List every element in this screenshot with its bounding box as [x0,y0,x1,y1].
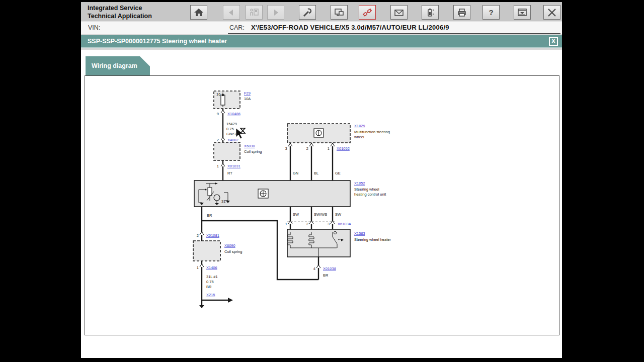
mail-icon [393,8,405,18]
fuse-f29: 16 [214,91,240,109]
car-underline [228,33,560,34]
fuse-rating: 10A [244,97,251,101]
back-icon [226,8,237,18]
wire-br-heater: BR [323,273,329,278]
mfsw-pin-3: 3 [285,146,287,151]
connector-x01038[interactable]: X01038 [323,266,336,271]
printer-icon [456,8,467,18]
control-unit-name-2: heating control unit [354,192,386,197]
home-button[interactable] [190,5,207,20]
heater-pin-1: 1 [285,222,287,226]
pin-9: 9 [217,112,219,116]
document-title: SSP-SSP-SP0000012775 Steering wheel heat… [88,38,227,45]
toolbar: Integrated Service Technical Application [81,2,562,22]
tab-wiring-diagram[interactable]: Wiring diagram [86,56,150,75]
wire-bl: BL [314,171,318,175]
ista-window: Integrated Service Technical Application [81,2,562,358]
wire1-gauge: 0.75 [226,127,234,131]
screen: Integrated Service Technical Application [0,0,644,362]
wire2-color: BR [206,285,212,289]
wire-sw-3: SW [335,212,342,217]
heater-pin-2: 2 [306,222,308,226]
forward-icon [270,8,281,18]
pin-1-lower: 1 [197,265,199,270]
connector-x6103a[interactable]: X6103A [338,222,351,226]
wire2-gauge: 0.75 [206,280,214,284]
wire-ge: GE [335,171,341,175]
pin-4: 4 [313,266,315,271]
connector-x01052[interactable]: X01052 [337,146,350,151]
help-button[interactable]: ? [482,5,500,20]
connector-x4002[interactable]: X4002 [227,138,238,142]
mfsw-link[interactable]: X1029 [354,124,365,128]
ground-31: 31 [221,199,225,204]
mfsw-pin-2: 2 [306,146,308,151]
car-value: X'/E53/OFF-ROAD VEHICLE/X5 3.0d/M57/AUTO… [251,24,449,31]
coil-spring-bottom-link[interactable]: X6090 [224,243,235,248]
connector-x1406[interactable]: X1406 [206,265,217,270]
workshop-button [246,5,263,20]
document-header: SSP-SSP-SP0000012775 Steering wheel heat… [81,35,562,48]
pin-1: 1 [217,164,219,168]
connector-x01081[interactable]: X01081 [206,233,219,238]
back-button [223,5,240,20]
heater-name: Steering wheel heater [354,237,391,242]
help-icon: ? [486,8,497,18]
mfsw-pin-1: 1 [328,146,330,151]
wire-gn: GN [293,171,298,175]
wrench-icon [302,8,313,18]
battery-button[interactable] [422,5,439,20]
connector-x10486[interactable]: X10486 [227,112,240,116]
pin-2-lower: 2 [197,233,199,238]
battery-icon [425,8,436,18]
control-unit-name-1: Steering wheel [354,187,379,192]
coil-spring-bottom-name: Coil spring [224,249,242,254]
heater-link[interactable]: X1583 [354,231,365,236]
app-title-line1: Integrated Service [88,4,152,12]
mfsw-box [287,124,350,143]
home-icon [193,8,204,18]
car-label: CAR: [229,24,245,31]
svg-text:?: ? [489,8,493,17]
close-icon [546,8,557,18]
vehicle-row: VIN: CAR: X'/E53/OFF-ROAD VEHICLE/X5 3.0… [81,22,562,34]
fuse-link[interactable]: F29 [244,91,251,96]
coil-spring-top-box [214,142,240,160]
print-button[interactable] [453,5,470,20]
content-area: Wiring diagram [81,50,562,358]
control-unit-link[interactable]: X1052 [354,181,365,186]
wire1-circuit: 15429 [226,122,237,126]
vin-label: VIN: [88,24,100,31]
wire2-circuit: 31L #1 [206,275,218,279]
busy-cursor [236,128,245,139]
coil-spring-bottom-box [193,241,220,261]
mail-button[interactable] [390,5,408,20]
wire-sw-1: SW [293,212,299,217]
control-unit-box: 31 [194,180,350,207]
minimize-icon [517,8,528,18]
display-button[interactable] [331,5,348,20]
ground-link-x215[interactable]: X215 [206,293,215,297]
forward-button [267,5,284,20]
app-title: Integrated Service Technical Application [88,4,152,21]
display-icon [334,8,345,18]
mfsw-name-2: wheel [354,135,364,139]
workshop-icon [249,8,260,18]
connector-icon [362,8,373,18]
tools-button[interactable] [299,5,316,20]
coil-spring-top-name: Coil spring [244,149,262,154]
wiring-diagram-canvas[interactable]: 16 F29 10A 9 X10486 15429 0.75 GN/SW 2 X… [85,75,559,335]
fuse-terminal: 16 [216,92,220,97]
app-title-line2: Technical Application [88,12,152,20]
wire-rt: RT [227,171,232,175]
close-app-button[interactable] [543,5,560,20]
connection-button[interactable] [359,5,376,20]
pin-2: 2 [217,138,219,142]
wire-br-left: BR [207,213,212,218]
minimize-button[interactable] [514,5,531,20]
document-close-button[interactable]: X [549,37,558,46]
heater-pin-3: 3 [328,222,330,226]
wire-sw-ws: SW/WS [314,212,327,217]
connector-x01031[interactable]: X01031 [227,164,240,168]
coil-spring-top-link[interactable]: X6030 [244,144,255,148]
